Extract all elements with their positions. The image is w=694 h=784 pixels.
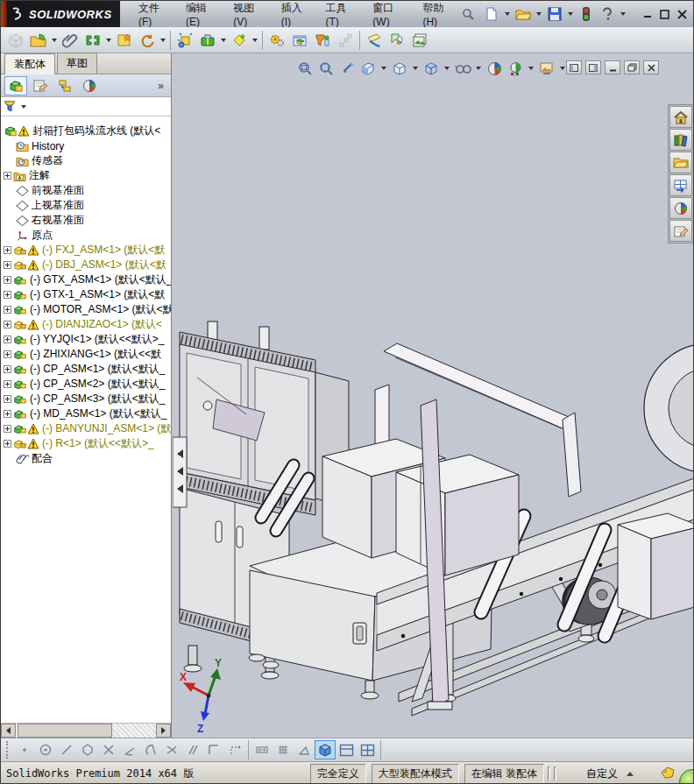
expand-plus-icon[interactable] [4, 440, 11, 448]
shaded-cube-icon[interactable] [315, 740, 336, 759]
close-button[interactable] [675, 8, 690, 21]
tree-row-component[interactable]: (-) CP_ASM<3> (默认<默认_ [1, 392, 171, 406]
expand-plus-icon[interactable] [4, 410, 11, 418]
open-icon[interactable] [513, 4, 533, 24]
scroll-right-icon[interactable] [156, 724, 171, 738]
mate-dropdown-icon[interactable] [106, 39, 111, 42]
performance-ball-icon[interactable] [679, 769, 694, 784]
design-library-icon[interactable] [669, 129, 692, 151]
zoom-fit-icon[interactable] [295, 59, 315, 78]
expand-plus-icon[interactable] [4, 261, 11, 269]
tree-row-component[interactable]: (-) MOTOR_ASM<1> (默认<默 [1, 302, 171, 317]
help-icon[interactable] [598, 4, 617, 24]
tree-row-component[interactable]: (-) DIANJIZAO<1> (默认< [1, 317, 171, 332]
viewport-split-icon[interactable] [336, 740, 357, 759]
appearances-scenes-icon[interactable] [669, 197, 692, 219]
tree-horizontal-scrollbar[interactable] [1, 723, 171, 738]
previous-view-icon[interactable] [337, 59, 357, 78]
tangent-snap-icon[interactable] [140, 740, 161, 759]
status-large-assembly-mode[interactable]: 大型装配体模式 [372, 764, 459, 784]
tree-row-component[interactable]: (-) R<1> (默认<<默认>_ [1, 436, 171, 451]
status-expand-icon[interactable] [627, 772, 634, 776]
file-explorer-icon[interactable] [669, 152, 692, 173]
view-settings-icon[interactable] [537, 59, 556, 78]
center-snap-icon[interactable] [35, 740, 56, 759]
open-dropdown-icon[interactable] [536, 12, 542, 16]
custom-properties-icon[interactable] [669, 220, 692, 242]
interference-detection-icon[interactable] [386, 29, 408, 52]
expand-plus-icon[interactable] [4, 380, 11, 388]
tab-assembly[interactable]: 装配体 [4, 53, 55, 74]
expand-plus-icon[interactable] [4, 276, 11, 284]
tree-row-mates[interactable]: 配合 [1, 451, 171, 466]
insert-component-icon[interactable] [4, 29, 27, 52]
home-resources-icon[interactable] [669, 106, 692, 128]
tab-sketch[interactable]: 草图 [57, 53, 97, 74]
mate-icon[interactable] [81, 29, 104, 52]
rotate-dropdown-icon[interactable] [160, 39, 166, 42]
tree-row-sensors[interactable]: 传感器 [1, 153, 171, 168]
component-preview-icon[interactable] [113, 29, 136, 52]
expand-plus-icon[interactable] [4, 395, 11, 403]
toolbox-dropdown-icon[interactable] [221, 39, 226, 42]
tree-row-component[interactable]: (-) CP_ASM<2> (默认<默认_ [1, 377, 171, 392]
tree-row-origin[interactable]: 原点 [1, 228, 171, 243]
tree-row-component[interactable]: (-) GTX_ASM<1> (默认<默认_ [1, 272, 171, 287]
intersection-snap-icon[interactable] [98, 740, 119, 759]
view-settings-dropdown-icon[interactable] [560, 67, 565, 70]
tree-row-top-plane[interactable]: 上视基准面 [1, 198, 171, 213]
tree-row-history[interactable]: History [1, 138, 171, 153]
apply-scene-icon[interactable] [506, 59, 525, 78]
minimize-button[interactable] [640, 8, 655, 21]
expand-plus-icon[interactable] [4, 365, 11, 373]
new-document-icon[interactable] [482, 4, 501, 24]
split-right-icon[interactable] [585, 60, 601, 74]
appearances-manager-icon[interactable] [78, 76, 101, 95]
hide-show-dropdown-icon[interactable] [476, 67, 481, 70]
split-left-icon[interactable] [566, 60, 582, 74]
save-dropdown-icon[interactable] [568, 12, 573, 16]
expand-plus-icon[interactable] [4, 335, 11, 343]
toolbar-grip[interactable] [6, 741, 11, 759]
tree-row-annotations[interactable]: 注解 [1, 168, 171, 183]
view-orientation-icon[interactable] [390, 59, 409, 78]
parallel-snap-icon[interactable] [182, 740, 203, 759]
viewport-canvas[interactable]: X Y Z [173, 53, 694, 738]
tree-row-component[interactable]: (-) ZHIXIANG<1> (默认<<默 [1, 347, 171, 362]
filter-dropdown-icon[interactable] [21, 105, 26, 109]
assembly-visualization-icon[interactable] [311, 29, 334, 52]
tree-row-root[interactable]: 封箱打包码垛流水线 (默认< [1, 124, 171, 138]
hide-show-items-icon[interactable] [453, 59, 472, 78]
edit-appearance-icon[interactable] [485, 59, 504, 78]
panel-more-chevron[interactable]: » [158, 80, 167, 92]
property-manager-icon[interactable] [29, 76, 52, 95]
measure-icon[interactable] [363, 29, 386, 52]
rotate-component-icon[interactable] [136, 29, 159, 52]
gears-motion-icon[interactable] [266, 29, 288, 52]
configuration-manager-icon[interactable] [53, 76, 76, 95]
view-palette-icon[interactable] [669, 174, 692, 196]
polygon-snap-icon[interactable] [77, 740, 98, 759]
pattern-icon[interactable] [334, 29, 357, 52]
open-document-icon[interactable] [27, 29, 50, 52]
open-dropdown-icon[interactable] [52, 39, 57, 42]
attach-icon[interactable] [59, 29, 81, 52]
save-icon[interactable] [545, 4, 564, 24]
section-view-icon[interactable] [358, 59, 378, 78]
tree-row-component[interactable]: (-) YYJQI<1> (默认<<默认>_ [1, 332, 171, 347]
display-style-icon[interactable] [421, 59, 441, 78]
section-dropdown-icon[interactable] [381, 67, 386, 70]
expand-plus-icon[interactable] [4, 291, 11, 299]
filter-funnel-icon[interactable] [4, 100, 18, 113]
angle-snap-icon[interactable] [119, 740, 140, 759]
tag-resource-monitor-icon[interactable] [660, 766, 676, 780]
tree-row-right-plane[interactable]: 右视基准面 [1, 213, 171, 228]
display-style-dropdown-icon[interactable] [444, 67, 450, 70]
length-snap-icon[interactable] [251, 740, 273, 759]
angle-grid-icon[interactable] [294, 740, 315, 759]
tree-row-component[interactable]: (-) GTX-1_ASM<1> (默认<默 [1, 287, 171, 302]
status-custom-label[interactable]: 自定义 [586, 766, 618, 781]
search-icon[interactable] [459, 4, 477, 24]
perpendicular-snap-icon[interactable] [203, 740, 224, 759]
move-component-icon[interactable] [174, 29, 196, 52]
